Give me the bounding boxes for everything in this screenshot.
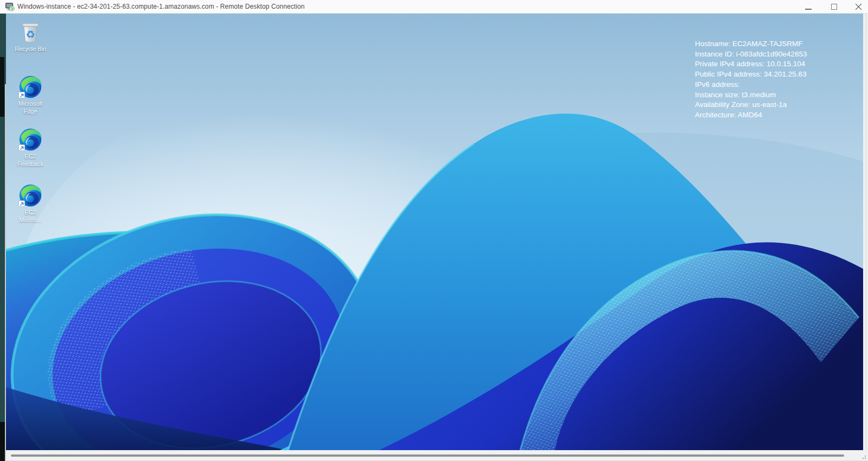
- instance-info-line: Instance ID: i-083afdc1d90e42653: [695, 49, 807, 60]
- shortcut-arrow-badge: [18, 200, 25, 207]
- grip-dot: [863, 458, 864, 459]
- icon-label-line: Micros...: [19, 216, 42, 224]
- edge-icon-art: [19, 75, 42, 98]
- maximize-icon: [831, 4, 837, 10]
- icon-label-line: Recycle Bin: [15, 45, 46, 53]
- icon-label-line: Edge: [18, 108, 43, 115]
- remote-desktop-app-icon: [5, 2, 15, 11]
- icon-label-line: EC2: [17, 153, 43, 160]
- resize-grip[interactable]: [865, 458, 866, 459]
- minimize-button[interactable]: [803, 2, 814, 12]
- icon-label-line: Microsoft: [18, 100, 43, 108]
- edge-icon-art: [19, 128, 42, 151]
- vertical-scrollbar-gutter: [863, 14, 868, 461]
- sliver-dark-segment-bottom: [0, 422, 5, 461]
- instance-info-line: Public IPv4 address: 34.201.25.63: [695, 70, 807, 80]
- remote-desktop-window: Windows-instance - ec2-34-201-25-63.comp…: [0, 0, 868, 461]
- maximize-button[interactable]: [828, 2, 839, 12]
- desktop-icon-ec2-microsoft[interactable]: EC2Micros...: [8, 184, 53, 224]
- recycle-bin-icon-art: ♻: [19, 21, 42, 43]
- edge-icon-art: [19, 184, 42, 207]
- instance-info-overlay: Hostname: EC2AMAZ-TAJSRMFInstance ID: i-…: [695, 39, 807, 121]
- instance-info-line: Availability Zone: us-east-1a: [695, 100, 807, 110]
- icon-label: EC2Micros...: [19, 209, 42, 224]
- shortcut-arrow-icon: [20, 93, 24, 98]
- icon-label: EC2Feedback: [17, 153, 43, 168]
- desktop-icon-microsoft-edge[interactable]: MicrosoftEdge: [8, 75, 53, 115]
- instance-info-line: Hostname: EC2AMAZ-TAJSRMF: [695, 39, 807, 49]
- desktop-icon-ec2-feedback[interactable]: EC2Feedback: [8, 128, 53, 168]
- icon-label-line: EC2: [19, 209, 42, 216]
- close-button[interactable]: [853, 2, 864, 12]
- close-icon: [855, 3, 862, 10]
- horizontal-scrollbar-thumb[interactable]: [11, 454, 844, 457]
- minimize-icon: [805, 9, 812, 10]
- icon-label: Recycle Bin: [15, 45, 46, 53]
- grip-dot: [865, 456, 866, 457]
- instance-info-line: IPv6 address:: [695, 80, 807, 90]
- remote-desktop-viewport[interactable]: ♻ Recycle Bin MicrosoftE: [6, 14, 863, 450]
- instance-info-line: Architecture: AMD64: [695, 110, 807, 121]
- shortcut-arrow-icon: [20, 201, 24, 206]
- horizontal-scrollbar-track[interactable]: [6, 450, 868, 461]
- title-bar[interactable]: Windows-instance - ec2-34-201-25-63.comp…: [0, 0, 868, 14]
- grip-dot: [865, 458, 866, 459]
- icon-label-line: Feedback: [17, 160, 43, 168]
- window-title: Windows-instance - ec2-34-201-25-63.comp…: [17, 3, 305, 10]
- recycle-bin-icon: ♻: [19, 21, 42, 43]
- desktop-icon-recycle-bin[interactable]: ♻ Recycle Bin: [8, 21, 53, 53]
- shortcut-arrow-icon: [20, 146, 24, 150]
- background-window-sliver: [0, 14, 6, 461]
- sliver-dark-segment-top: [0, 57, 4, 117]
- instance-info-line: Instance size: t3.medium: [695, 90, 807, 100]
- shortcut-arrow-badge: [18, 144, 25, 151]
- svg-text:♻: ♻: [25, 28, 35, 41]
- shortcut-arrow-badge: [18, 92, 25, 98]
- icon-label: MicrosoftEdge: [18, 100, 43, 115]
- instance-info-line: Private IPv4 address: 10.0.15.104: [695, 59, 807, 70]
